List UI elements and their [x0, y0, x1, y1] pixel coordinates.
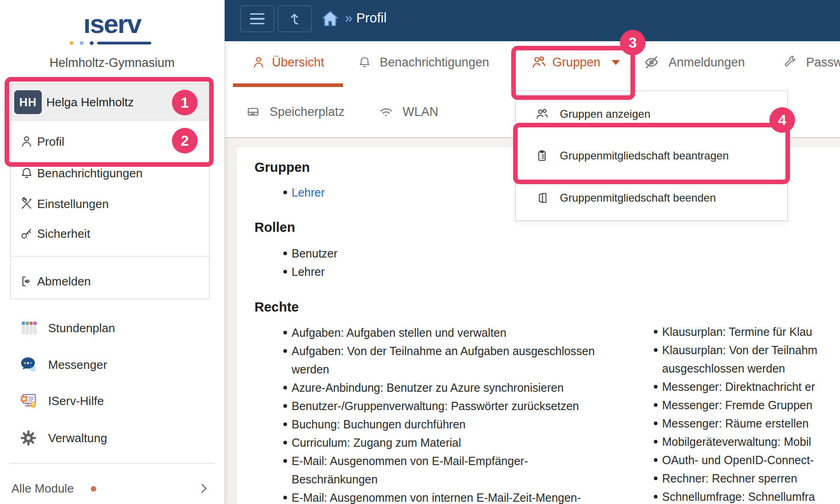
right-list-item: Rechner: Rechner sperren: [655, 469, 818, 488]
right-list-item: Mobilgeräteverwaltung: Mobil: [655, 433, 818, 451]
tab-benachrichtigungen[interactable]: Benachrichtigungen: [358, 41, 489, 83]
right-list-item: Messenger: Direktnachricht er: [655, 378, 818, 396]
clipboard-icon: [535, 149, 549, 163]
sidebar-item-label: Benachrichtigungen: [37, 166, 143, 181]
people-icon: [531, 55, 547, 70]
right-list-item: Schnellumfrage: Schnellumfra: [655, 488, 818, 504]
person-icon: [252, 55, 265, 69]
top-navigation-bar: » Profil: [225, 0, 840, 41]
menu-item-gruppenmitgliedschaft-beenden[interactable]: Gruppenmitgliedschaft beenden: [516, 185, 787, 211]
sidebar-toggle-button[interactable]: [240, 5, 274, 32]
groups-heading: Gruppen: [254, 159, 310, 175]
sidebar-item-label: Abmelden: [37, 274, 91, 289]
sidebar-divider: [10, 463, 215, 464]
bell-icon: [20, 166, 33, 180]
tab-label: Anmeldungen: [669, 55, 745, 70]
person-icon: [20, 135, 33, 148]
sidebar-item-label: Alle Module: [11, 476, 74, 501]
door-exit-icon: [535, 191, 549, 205]
tab-label: Gruppen: [552, 55, 600, 70]
rights-list-left: Aufgaben: Aufgaben stellen und verwalten…: [284, 323, 595, 504]
tab-label: Übersicht: [272, 55, 324, 70]
svg-text:?: ?: [32, 402, 34, 407]
iserv-logo-decoration: [69, 41, 156, 45]
help-icon: ?: [19, 392, 38, 410]
sidebar-item-alle-module[interactable]: Alle Module: [0, 476, 225, 501]
tab-passwoerter[interactable]: Passw: [783, 41, 840, 83]
iserv-logo: ıserv: [0, 8, 224, 39]
sidebar-item-iserv-hilfe[interactable]: ? IServ-Hilfe: [0, 388, 225, 414]
user-menu-card: HH Helga Helmholtz Profil Benachrichtigu…: [11, 83, 210, 299]
group-link[interactable]: Lehrer: [292, 186, 325, 199]
right-list-item: Azure-Anbindung: Benutzer zu Azure synch…: [284, 378, 595, 397]
breadcrumb-separator: »: [345, 10, 353, 26]
arrow-up-icon: [286, 10, 304, 28]
sidebar-item-stundenplan[interactable]: Stundenplan: [0, 315, 225, 341]
avatar: HH: [14, 90, 42, 114]
key-icon: [20, 227, 33, 241]
sidebar-item-label: Stundenplan: [48, 321, 115, 335]
right-list-item: Klausurplan: Termine für Klau: [655, 323, 818, 341]
timetable-icon: [19, 319, 38, 337]
groups-list: Lehrer: [284, 183, 325, 202]
sidebar-item-messenger[interactable]: Messenger: [0, 352, 225, 378]
tab-speicherplatz[interactable]: Speicherplatz: [246, 91, 345, 133]
sidebar-item-label: Messenger: [48, 358, 107, 372]
sidebar-item-label: Profil: [37, 135, 64, 149]
tab-wlan[interactable]: WLAN: [378, 91, 438, 133]
tab-gruppen[interactable]: Gruppen: [523, 41, 628, 83]
sidebar-item-einstellungen[interactable]: Einstellungen: [11, 192, 209, 216]
tab-label: Speicherplatz: [270, 105, 345, 119]
right-list-item: Klausurplan: Von der Teilnahmausgeschlos…: [655, 341, 818, 378]
iserv-profile-page: { "colors": { "topbar_navy": "#1d4468", …: [0, 0, 840, 504]
right-list-item: Curriculum: Zugang zum Material: [284, 433, 595, 452]
home-icon[interactable]: [320, 8, 341, 29]
menu-item-gruppenmitgliedschaft-beantragen[interactable]: Gruppenmitgliedschaft beantragen: [516, 143, 787, 169]
right-list-item: Benutzer-/Gruppenverwaltung: Passwörter …: [284, 397, 595, 415]
menu-item-gruppen-anzeigen[interactable]: Gruppen anzeigen: [516, 101, 787, 127]
tab-uebersicht[interactable]: Übersicht: [233, 41, 343, 83]
navigate-up-button[interactable]: [278, 5, 312, 32]
sidebar-item-label: Einstellungen: [37, 197, 109, 211]
tab-label: Passw: [806, 55, 840, 70]
tab-label: WLAN: [403, 105, 438, 119]
hard-drive-icon: [246, 104, 260, 119]
sidebar-item-abmelden[interactable]: Abmelden: [11, 269, 209, 293]
tab-label: Benachrichtigungen: [380, 55, 489, 70]
sidebar-item-label: Verwaltung: [48, 431, 107, 445]
sidebar-item-profil[interactable]: Profil: [11, 130, 209, 153]
roles-list: BenutzerLehrer: [284, 244, 337, 281]
wifi-icon: [378, 104, 394, 120]
active-tab-underline: [233, 83, 343, 87]
right-list-item: Aufgaben: Von der Teilnahme an Aufgaben …: [284, 342, 595, 378]
rights-list-right: Klausurplan: Termine für KlauKlausurplan…: [655, 323, 818, 504]
sidebar-item-verwaltung[interactable]: Verwaltung: [0, 425, 225, 451]
menu-item-label: Gruppenmitgliedschaft beenden: [560, 192, 716, 204]
right-list-item: Messenger: Räume erstellen: [655, 414, 818, 433]
role-list-item: Lehrer: [284, 263, 337, 281]
right-list-item: Buchung: Buchungen durchführen: [284, 415, 595, 433]
chevron-down-icon: [612, 60, 620, 65]
breadcrumb-page-title: Profil: [356, 11, 387, 26]
right-list-item: Messenger: Fremde Gruppen: [655, 396, 818, 414]
menu-item-label: Gruppenmitgliedschaft beantragen: [560, 149, 729, 162]
role-list-item: Benutzer: [284, 244, 337, 263]
rights-heading: Rechte: [254, 299, 299, 315]
sidebar: ıserv Helmholtz-Gymnasium HH Helga Helmh…: [0, 0, 225, 504]
school-name: Helmholtz-Gymnasium: [0, 56, 224, 70]
messenger-icon: [19, 356, 38, 374]
gear-icon: [19, 429, 38, 447]
tools-icon: [20, 197, 33, 211]
chevron-right-icon: [197, 482, 210, 495]
notification-dot: [91, 486, 96, 492]
sidebar-item-sicherheit[interactable]: Sicherheit: [11, 222, 209, 246]
menu-divider: [11, 256, 209, 257]
group-list-item: Lehrer: [284, 183, 325, 202]
eye-slash-icon: [643, 54, 660, 71]
tab-anmeldungen[interactable]: Anmeldungen: [643, 41, 745, 83]
user-name: Helga Helmholtz: [46, 84, 134, 121]
sidebar-item-benachrichtigungen[interactable]: Benachrichtigungen: [11, 161, 209, 185]
sidebar-item-label: IServ-Hilfe: [48, 394, 104, 408]
sidebar-item-label: Sicherheit: [37, 227, 90, 241]
user-row[interactable]: HH Helga Helmholtz: [11, 84, 209, 121]
